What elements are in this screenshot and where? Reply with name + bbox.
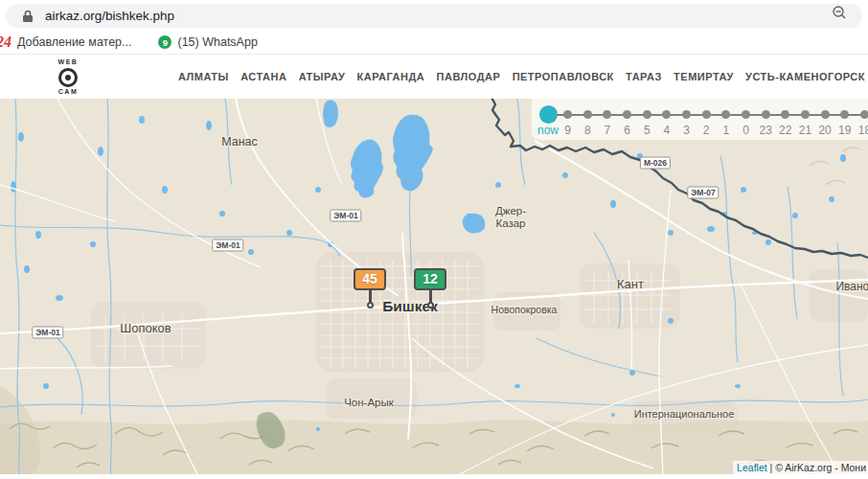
time-tick-dot[interactable] — [623, 110, 631, 119]
bookmarks-bar: 24 Добавление матер... 9 (15) WhatsApp — [0, 31, 868, 55]
site-nav: WEB CAM АЛМАТЫ АСТАНА АТЫРАУ КАРАГАНДА П… — [0, 55, 868, 99]
road-badge-em01-b: ЭМ-01 — [212, 240, 243, 252]
time-tick-dot[interactable] — [821, 110, 830, 119]
bookmark-label: Добавление матер... — [17, 35, 131, 49]
map-canvas[interactable]: Манас Джер- Казар Кант Иванов Новопокров… — [0, 99, 868, 474]
time-tick-dot[interactable] — [682, 110, 691, 119]
map-label-internatsionalnoye: Интернациональное — [634, 408, 735, 421]
zoom-out-icon[interactable] — [832, 5, 847, 20]
map-label-manas: Манас — [221, 135, 258, 148]
logo-text-bottom: CAM — [50, 88, 86, 96]
address-bar[interactable]: airkaz.org/bishkek.php — [6, 4, 862, 28]
bookmark-whatsapp[interactable]: 9 (15) WhatsApp — [158, 35, 257, 49]
time-tick-dot[interactable] — [860, 110, 868, 119]
map-label-dzher-kazar: Джер- Казар — [495, 205, 526, 230]
time-tick-dot[interactable] — [801, 110, 810, 119]
road-badge-em01-c: ЭМ-01 — [330, 210, 361, 222]
time-tick-dot[interactable] — [643, 110, 651, 119]
nav-link-taraz[interactable]: ТАРАЗ — [626, 71, 662, 82]
whatsapp-favicon: 9 — [158, 35, 171, 49]
time-tick-dot[interactable] — [583, 110, 592, 119]
time-tick-dot[interactable] — [603, 110, 611, 119]
map-label-ivanovka: Иванов — [835, 281, 868, 294]
nav-link-ust-kamenogorsk[interactable]: УСТЬ-КАМЕНОГОРСК — [745, 71, 865, 82]
nav-link-petropavlovsk[interactable]: ПЕТРОПАВЛОВСК — [513, 71, 614, 82]
marker-pin-base — [367, 302, 374, 308]
time-tick-dot[interactable] — [762, 110, 770, 119]
nav-link-pavlodar[interactable]: ПАВЛОДАР — [437, 71, 501, 82]
aqi-value-badge[interactable]: 45 — [354, 268, 386, 290]
city-nav-links: АЛМАТЫ АСТАНА АТЫРАУ КАРАГАНДА ПАВЛОДАР … — [178, 55, 865, 99]
marker-pin-base — [427, 302, 434, 308]
nav-link-karaganda[interactable]: КАРАГАНДА — [357, 71, 425, 82]
browser-toolbar: airkaz.org/bishkek.php — [0, 0, 868, 31]
url-text[interactable]: airkaz.org/bishkek.php — [45, 9, 174, 23]
logo-text-top: WEB — [50, 58, 86, 66]
map-attribution: Leaflet | © AirKaz.org - Мони — [733, 461, 868, 474]
time-tick-18[interactable]: 18 — [849, 99, 868, 140]
road-badge-em01-a: ЭМ-01 — [32, 327, 63, 339]
nav-link-astana[interactable]: АСТАНА — [240, 71, 286, 82]
time-slider[interactable]: now9876543210232221201918 — [532, 99, 868, 140]
bookmark-24kz[interactable]: 24 Добавление матер... — [0, 34, 131, 50]
attribution-text: | © AirKaz.org - Мони — [767, 462, 866, 473]
time-tick-dot[interactable] — [781, 110, 789, 119]
map-label-chon-aryk: Чон-Арык — [344, 397, 394, 409]
bookmark-label: (15) WhatsApp — [177, 35, 257, 49]
nav-link-almaty[interactable]: АЛМАТЫ — [178, 71, 229, 82]
time-tick-dot[interactable] — [742, 110, 750, 119]
time-tick-dot[interactable] — [563, 110, 572, 119]
road-badge-m026: М-026 — [640, 157, 671, 170]
map-label-novopokrovka: Новопокровка — [491, 304, 558, 315]
map-label-shopokov: Шопоков — [120, 322, 171, 336]
map-label-kant: Кант — [617, 278, 644, 292]
time-tick-label: 18 — [849, 124, 868, 137]
nav-link-atyrau[interactable]: АТЫРАУ — [299, 71, 346, 82]
aqi-value-badge[interactable]: 12 — [414, 268, 446, 290]
time-tick-dot[interactable] — [702, 110, 711, 119]
leaflet-link[interactable]: Leaflet — [737, 462, 767, 473]
aqi-marker-45[interactable]: 45 — [354, 268, 386, 308]
webcam-logo[interactable]: WEB CAM — [50, 58, 86, 96]
aqi-marker-12[interactable]: 12 — [414, 268, 446, 308]
webcam-icon — [58, 68, 78, 87]
road-badge-em07: ЭМ-07 — [687, 187, 719, 199]
time-tick-dot[interactable] — [721, 110, 730, 119]
time-tick-dot[interactable] — [840, 110, 849, 119]
lock-icon[interactable] — [22, 10, 34, 23]
time-tick-dot[interactable] — [662, 110, 671, 119]
24kz-favicon: 24 — [0, 34, 11, 50]
nav-link-temirtau[interactable]: ТЕМИРТАУ — [674, 71, 734, 82]
